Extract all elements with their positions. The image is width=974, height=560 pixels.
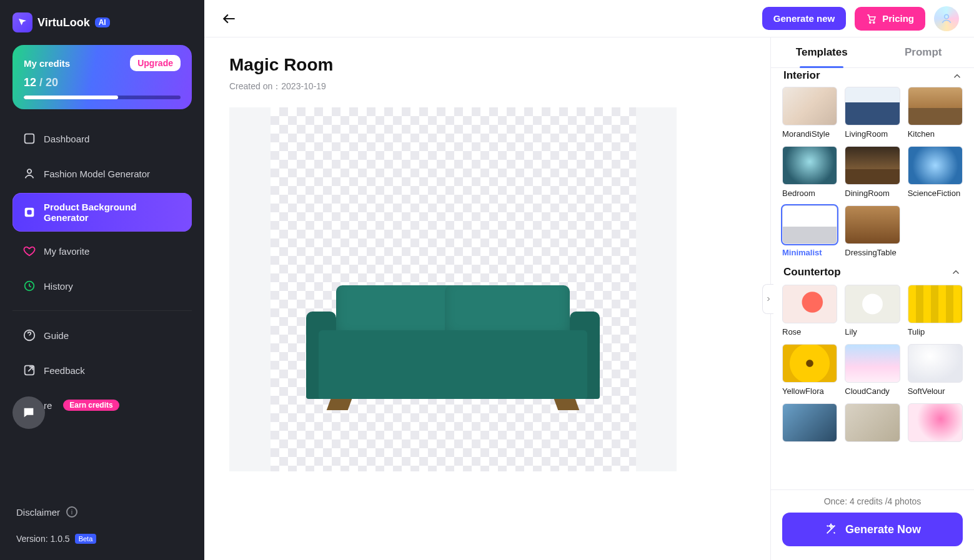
section-head-countertop: Countertop bbox=[783, 266, 962, 278]
template-softvelour[interactable]: SoftVelour bbox=[908, 344, 963, 396]
credits-card: My credits Upgrade 12 / 20 bbox=[12, 45, 192, 109]
template-thumbnail bbox=[908, 146, 963, 185]
canvas-column: Magic Room Created on：2023-10-19 bbox=[204, 37, 770, 560]
template-kitchen[interactable]: Kitchen bbox=[908, 87, 963, 139]
created-label: Created on： bbox=[229, 81, 281, 91]
template-morandistyle[interactable]: MorandiStyle bbox=[782, 87, 837, 139]
templates-scroll[interactable]: Interior MorandiStyleLivingRoomKitchenBe… bbox=[771, 68, 974, 489]
panel-footer: Once: 4 credits /4 photos Generate Now bbox=[771, 489, 974, 560]
earn-credits-badge: Earn credits bbox=[63, 400, 119, 411]
sidebar-item-disclaimer[interactable]: Disclaimer i bbox=[16, 506, 192, 518]
sidebar-item-fashion-model-generator[interactable]: Fashion Model Generator bbox=[12, 158, 192, 189]
sidebar-item-product-background-generator[interactable]: Product Background Generator bbox=[12, 193, 192, 232]
template-label: Minimalist bbox=[782, 248, 837, 257]
sidebar-item-history-icon bbox=[22, 279, 36, 293]
panel-collapse-button[interactable] bbox=[762, 284, 773, 314]
svg-point-1 bbox=[27, 169, 31, 173]
version: Version: 1.0.5 Beta bbox=[16, 534, 192, 544]
template-minimalist[interactable]: Minimalist bbox=[782, 205, 837, 257]
chevron-right-icon bbox=[765, 295, 772, 303]
svg-rect-0 bbox=[25, 134, 34, 144]
share-out-icon bbox=[22, 363, 36, 377]
feedback-label: Feedback bbox=[44, 365, 85, 376]
chevron-up-icon[interactable] bbox=[952, 71, 963, 82]
generate-now-button[interactable]: Generate Now bbox=[782, 513, 963, 546]
sidebar-separator bbox=[12, 310, 192, 311]
panel-tabs: Templates Prompt bbox=[771, 37, 974, 68]
template-dressingtable[interactable]: DressingTable bbox=[845, 205, 900, 257]
share-label: re bbox=[44, 400, 52, 411]
template-label: SoftVelour bbox=[908, 386, 963, 396]
svg-point-8 bbox=[873, 21, 875, 22]
product-image-sofa[interactable] bbox=[306, 279, 600, 410]
sidebar-item-favorite-icon bbox=[22, 244, 36, 258]
chevron-up-icon[interactable] bbox=[950, 267, 962, 278]
chat-button[interactable] bbox=[12, 396, 45, 429]
template-rose[interactable]: Rose bbox=[782, 285, 837, 336]
svg-point-7 bbox=[870, 21, 871, 22]
template-yellowflora[interactable]: YellowFlora bbox=[782, 344, 837, 396]
generate-new-button[interactable]: Generate new bbox=[762, 7, 846, 30]
sidebar-item-history[interactable]: History bbox=[12, 270, 192, 302]
info-icon: i bbox=[66, 506, 77, 518]
upgrade-button[interactable]: Upgrade bbox=[130, 55, 181, 71]
template-cloudcandy[interactable]: CloudCandy bbox=[845, 344, 900, 396]
pricing-button[interactable]: Pricing bbox=[855, 7, 925, 31]
template-label: YellowFlora bbox=[782, 386, 837, 396]
template-tile[interactable] bbox=[845, 403, 900, 442]
sidebar-item-product-background-generator-icon bbox=[22, 205, 36, 219]
template-thumbnail bbox=[782, 344, 837, 383]
logo-text: VirtuLook bbox=[37, 16, 90, 29]
template-thumbnail bbox=[845, 205, 900, 244]
template-thumbnail bbox=[908, 285, 963, 323]
template-label: LivingRoom bbox=[845, 129, 900, 139]
sidebar-item-favorite[interactable]: My favorite bbox=[12, 235, 192, 267]
svg-point-9 bbox=[945, 14, 949, 19]
template-tulip[interactable]: Tulip bbox=[908, 285, 963, 336]
nav-label: Product Background Generator bbox=[44, 202, 182, 223]
chat-icon bbox=[22, 406, 36, 420]
logo[interactable]: VirtuLook AI bbox=[12, 12, 192, 32]
arrow-left-icon bbox=[221, 11, 237, 27]
template-tile[interactable] bbox=[908, 403, 963, 442]
sidebar: VirtuLook AI My credits Upgrade 12 / 20 … bbox=[0, 0, 204, 560]
template-thumbnail bbox=[845, 285, 900, 323]
template-thumbnail bbox=[782, 87, 837, 125]
disclaimer-label: Disclaimer bbox=[16, 507, 60, 518]
help-icon bbox=[22, 328, 36, 342]
template-livingroom[interactable]: LivingRoom bbox=[845, 87, 900, 139]
pricing-label: Pricing bbox=[882, 13, 914, 24]
version-label: Version: 1.0.5 bbox=[16, 534, 70, 544]
main: Generate new Pricing Magic Room Created … bbox=[204, 0, 974, 560]
template-tile[interactable] bbox=[782, 403, 837, 442]
avatar[interactable] bbox=[934, 6, 959, 31]
generate-now-label: Generate Now bbox=[845, 523, 921, 536]
template-label: DressingTable bbox=[845, 248, 900, 257]
cost-label: Once: 4 credits /4 photos bbox=[782, 496, 963, 506]
tab-prompt[interactable]: Prompt bbox=[873, 37, 975, 67]
template-diningroom[interactable]: DiningRoom bbox=[845, 146, 900, 198]
template-bedroom[interactable]: Bedroom bbox=[782, 146, 837, 198]
nav-label: Fashion Model Generator bbox=[44, 169, 150, 179]
sidebar-item-dashboard[interactable]: Dashboard bbox=[12, 123, 192, 154]
template-label: CloudCandy bbox=[845, 386, 900, 396]
template-thumbnail bbox=[782, 285, 837, 323]
nav-label: Dashboard bbox=[44, 134, 89, 144]
tab-templates[interactable]: Templates bbox=[771, 37, 873, 67]
sidebar-item-feedback[interactable]: Feedback bbox=[12, 355, 192, 386]
template-thumbnail bbox=[845, 403, 900, 442]
template-thumbnail bbox=[908, 87, 963, 125]
back-button[interactable] bbox=[219, 9, 239, 29]
template-thumbnail bbox=[845, 344, 900, 383]
templates-grid-interior: MorandiStyleLivingRoomKitchenBedroomDini… bbox=[782, 87, 963, 257]
sidebar-item-guide[interactable]: Guide bbox=[12, 320, 192, 351]
section-title-countertop: Countertop bbox=[783, 266, 841, 278]
template-lily[interactable]: Lily bbox=[845, 285, 900, 336]
template-label: Kitchen bbox=[908, 129, 963, 139]
created-date: 2023-10-19 bbox=[281, 81, 326, 91]
template-sciencefiction[interactable]: ScienceFiction bbox=[908, 146, 963, 198]
template-thumbnail bbox=[782, 205, 837, 244]
template-label: Tulip bbox=[908, 327, 963, 336]
credits-progress bbox=[24, 96, 181, 99]
canvas[interactable] bbox=[229, 107, 677, 471]
